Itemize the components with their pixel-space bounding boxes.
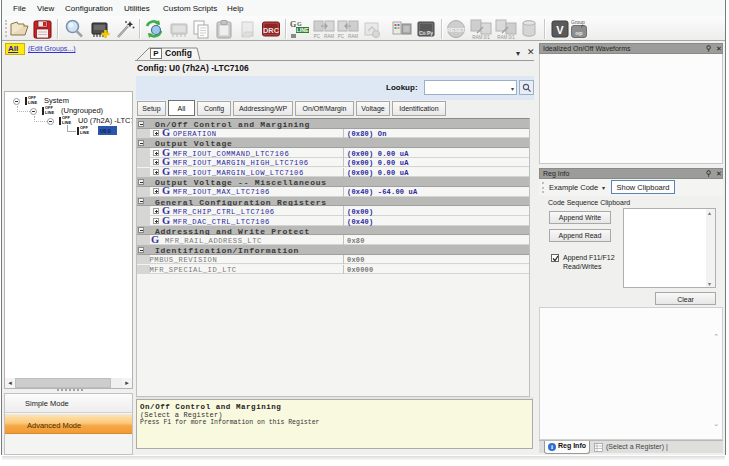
svg-text:V: V [556,24,564,36]
svg-text:LINE: LINE [297,27,309,33]
svg-text:RAM: RAM [324,34,334,39]
svg-text:G: G [290,20,296,29]
svg-text:op: op [575,30,583,36]
svg-text:G: G [297,21,302,27]
svg-text:RESET: RESET [447,27,466,33]
svg-text:RAM: RAM [348,34,358,39]
svg-text:RAM 0/1: RAM 0/1 [472,35,490,40]
svg-text:RAM 0/1: RAM 0/1 [497,35,515,40]
svg-text:DRC: DRC [263,26,280,35]
svg-text:PC: PC [338,34,345,39]
svg-text:PC: PC [314,34,321,39]
svg-text:Co Py: Co Py [419,30,433,36]
